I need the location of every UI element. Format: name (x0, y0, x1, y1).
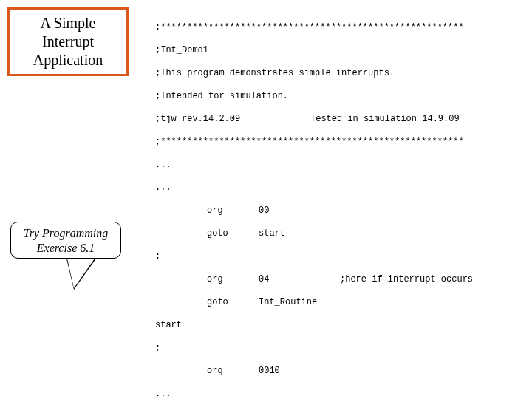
code-line: org00 (155, 205, 506, 217)
title-line-1: A Simple (13, 14, 123, 33)
code-dots-2: ... (155, 183, 506, 194)
callout-line-2: Exercise 6.1 (11, 241, 120, 256)
code-line: gotostart (155, 228, 506, 240)
code-line: ; (155, 251, 506, 263)
code-listing: ;***************************************… (155, 10, 506, 399)
title-line-2: Interrupt (13, 33, 123, 51)
title-box: A Simple Interrupt Application (7, 7, 129, 76)
code-line: org0010 (155, 366, 506, 378)
code-line: org04;here if interrupt occurs (155, 274, 506, 286)
code-rule: ;***************************************… (155, 22, 506, 34)
exercise-callout: Try Programming Exercise 6.1 (10, 222, 121, 259)
code-header-3: ;Intended for simulation. (155, 91, 506, 103)
code-header-2: ;This program demonstrates simple interr… (155, 68, 506, 80)
code-line: start (155, 320, 506, 332)
title-line-3: Application (13, 51, 123, 69)
code-dots-1: ... (155, 160, 506, 171)
code-header-1: ;Int_Demo1 (155, 45, 506, 57)
callout-line-1: Try Programming (11, 226, 120, 241)
code-line: gotoInt_Routine (155, 297, 506, 309)
code-header-4: ;tjw rev.14.2.09Tested in simulation 14.… (155, 114, 506, 126)
code-rule-2: ;***************************************… (155, 137, 506, 149)
code-dots-3: ... (155, 389, 506, 400)
code-line: ; (155, 343, 506, 355)
